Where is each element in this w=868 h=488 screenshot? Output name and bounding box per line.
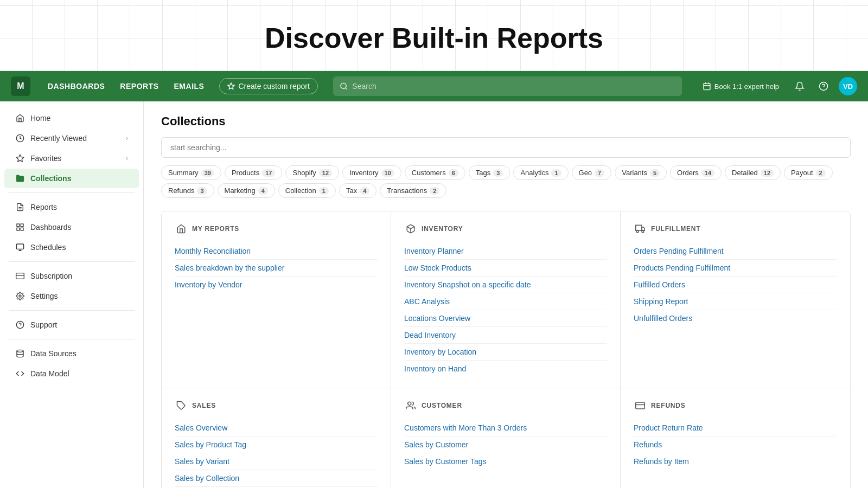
svg-point-30 [408, 402, 411, 405]
section-fulfillment: FULFILLMENT Orders Pending Fulfillment P… [621, 211, 850, 388]
filter-tab-shopify[interactable]: Shopify12 [285, 165, 339, 180]
report-inventory-on-hand[interactable]: Inventory on Hand [404, 361, 607, 377]
report-refunds[interactable]: Refunds [634, 436, 837, 453]
sidebar: Home Recently Viewed › Favorites › Colle… [0, 101, 144, 488]
filter-tab-refunds[interactable]: Refunds3 [161, 183, 214, 198]
svg-point-1 [341, 83, 346, 88]
sidebar-item-data-sources[interactable]: Data Sources [4, 344, 139, 363]
sidebar-item-recently-viewed[interactable]: Recently Viewed › [4, 129, 139, 148]
report-product-return-rate[interactable]: Product Return Rate [634, 420, 837, 436]
report-orders-pending-fulfillment[interactable]: Orders Pending Fulfillment [634, 243, 837, 260]
report-fulfilled-orders[interactable]: Fulfilled Orders [634, 277, 837, 293]
nav-emails[interactable]: EMAILS [168, 79, 211, 94]
filter-tab-detailed[interactable]: Detailed12 [725, 165, 781, 180]
report-sales-by-customer[interactable]: Sales by Customer [404, 436, 607, 453]
sidebar-item-dashboards[interactable]: Dashboards [4, 217, 139, 237]
report-low-stock-products[interactable]: Low Stock Products [404, 260, 607, 277]
filter-tab-products[interactable]: Products17 [225, 165, 283, 180]
filter-tab-summary[interactable]: Summary39 [161, 165, 221, 180]
search-input[interactable] [352, 82, 675, 91]
report-dead-inventory[interactable]: Dead Inventory [404, 327, 607, 344]
section-sales-title: SALES [192, 402, 216, 409]
section-customer: CUSTOMER Customers with More Than 3 Orde… [391, 388, 621, 488]
svg-rect-13 [17, 224, 20, 227]
svg-point-20 [19, 295, 21, 297]
filter-tab-geo[interactable]: Geo7 [572, 165, 612, 180]
sidebar-item-settings[interactable]: Settings [4, 286, 139, 306]
sidebar-divider-3 [9, 310, 135, 311]
help-button[interactable] [815, 78, 832, 95]
database-icon [15, 349, 25, 358]
app-layout: Home Recently Viewed › Favorites › Colle… [0, 101, 868, 488]
notifications-button[interactable] [791, 78, 808, 95]
report-locations-overview[interactable]: Locations Overview [404, 310, 607, 327]
report-sales-by-customer-tags[interactable]: Sales by Customer Tags [404, 453, 607, 470]
report-inventory-snapshot[interactable]: Inventory Snapshot on a specific date [404, 277, 607, 293]
sidebar-collections-label: Collections [30, 174, 128, 183]
filter-tab-variants[interactable]: Variants5 [615, 165, 667, 180]
section-sales: SALES Sales Overview Sales by Product Ta… [162, 388, 391, 488]
hero-section: Discover Built-in Reports [0, 0, 868, 71]
report-inventory-by-vendor[interactable]: Inventory by Vendor [175, 277, 378, 293]
report-inventory-by-location[interactable]: Inventory by Location [404, 344, 607, 361]
section-customer-title: CUSTOMER [422, 402, 462, 409]
report-refunds-by-item[interactable]: Refunds by Item [634, 453, 837, 470]
filter-tab-inventory[interactable]: Inventory10 [342, 165, 401, 180]
report-abc-analysis[interactable]: ABC Analysis [404, 293, 607, 310]
report-sales-breakdown-supplier[interactable]: Sales breakdown by the supplier [175, 260, 378, 277]
report-icon [15, 202, 25, 212]
svg-marker-26 [642, 227, 644, 230]
svg-rect-18 [16, 273, 24, 279]
user-avatar[interactable]: VD [839, 77, 857, 95]
bell-icon [795, 81, 805, 91]
sidebar-item-subscription[interactable]: Subscription [4, 266, 139, 286]
section-inventory-header: INVENTORY [404, 222, 607, 235]
sidebar-item-home[interactable]: Home [4, 108, 139, 128]
filter-tab-customers[interactable]: Customers6 [405, 165, 465, 180]
report-sales-by-product-tag[interactable]: Sales by Product Tag [175, 436, 378, 453]
svg-rect-17 [16, 244, 23, 249]
report-shipping-report[interactable]: Shipping Report [634, 293, 837, 310]
sidebar-item-support[interactable]: Support [4, 315, 139, 335]
report-inventory-planner[interactable]: Inventory Planner [404, 243, 607, 260]
report-customers-3-orders[interactable]: Customers with More Than 3 Orders [404, 420, 607, 436]
sidebar-item-collections[interactable]: Collections [4, 169, 139, 188]
section-my-reports: MY REPORTS Monthly Reconciliation Sales … [162, 211, 391, 388]
sidebar-item-reports[interactable]: Reports [4, 197, 139, 217]
logo[interactable]: M [11, 76, 30, 96]
filter-tab-analytics[interactable]: Analytics1 [513, 165, 568, 180]
filter-tab-tags[interactable]: Tags3 [469, 165, 510, 180]
search-bar[interactable] [333, 76, 682, 96]
report-monthly-reconciliation[interactable]: Monthly Reconciliation [175, 243, 378, 260]
filter-tab-collection[interactable]: Collection1 [278, 183, 336, 198]
book-expert-button[interactable]: Book 1:1 expert help [697, 79, 784, 94]
calendar-icon [703, 82, 711, 91]
nav-links: DASHBOARDS REPORTS EMAILS [41, 79, 210, 94]
filter-tab-orders[interactable]: Orders14 [670, 165, 722, 180]
report-sales-by-collection[interactable]: Sales by Collection [175, 470, 378, 487]
svg-rect-25 [636, 225, 642, 230]
sidebar-item-favorites[interactable]: Favorites › [4, 149, 139, 168]
nav-reports[interactable]: REPORTS [113, 79, 165, 94]
home-section-icon [175, 222, 188, 235]
box-icon [404, 222, 417, 235]
filter-tab-marketing[interactable]: Marketing4 [218, 183, 275, 198]
report-products-pending-fulfillment[interactable]: Products Pending Fulfillment [634, 260, 837, 277]
collections-search-input[interactable] [161, 137, 851, 158]
report-sales-by-variant[interactable]: Sales by Variant [175, 453, 378, 470]
sidebar-item-data-model[interactable]: Data Model [4, 364, 139, 383]
sidebar-item-schedules[interactable]: Schedules [4, 237, 139, 257]
filter-tabs: Summary39 Products17 Shopify12 Inventory… [161, 165, 851, 198]
report-unfulfilled-orders[interactable]: Unfulfilled Orders [634, 310, 837, 326]
question-icon [819, 81, 828, 91]
report-sales-overview[interactable]: Sales Overview [175, 420, 378, 436]
nav-dashboards[interactable]: DASHBOARDS [41, 79, 111, 94]
svg-point-27 [636, 230, 639, 233]
create-custom-report-button[interactable]: Create custom report [219, 78, 318, 94]
filter-tab-payout[interactable]: Payout2 [784, 165, 833, 180]
hero-title: Discover Built-in Reports [11, 22, 857, 54]
section-my-reports-title: MY REPORTS [192, 225, 239, 233]
schedule-icon [15, 242, 25, 252]
filter-tab-tax[interactable]: Tax4 [339, 183, 376, 198]
filter-tab-transactions[interactable]: Transactions2 [380, 183, 446, 198]
